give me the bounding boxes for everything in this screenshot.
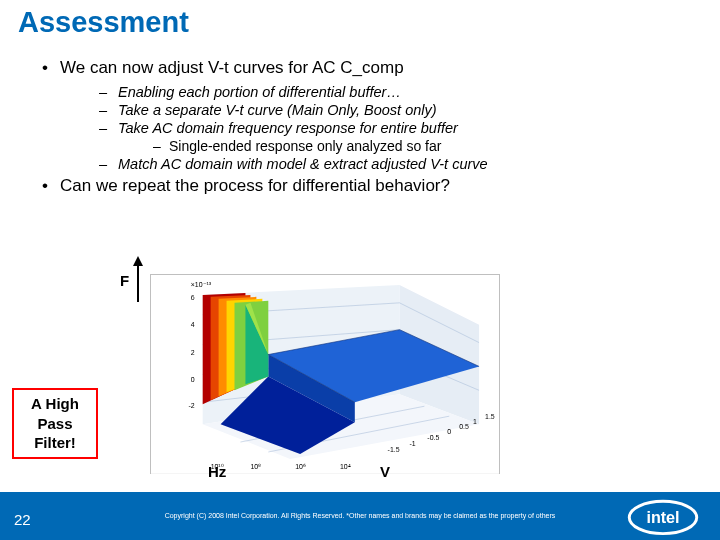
bullet-sub-1: – Enabling each portion of differential … [88, 84, 690, 100]
svg-text:10⁴: 10⁴ [340, 463, 351, 470]
svg-text:0: 0 [447, 428, 451, 435]
bullet-main-2: • Can we repeat the process for differen… [30, 176, 690, 196]
arrow-up-icon [131, 256, 145, 304]
chart-container: F [120, 256, 502, 476]
bullet-dot-icon: • [30, 176, 60, 196]
bullet-sub-4: – Match AC domain with model & extract a… [88, 156, 690, 172]
bullet-dot-icon: • [30, 58, 60, 78]
svg-text:-1.5: -1.5 [388, 446, 400, 453]
callout-line-3: Filter! [16, 433, 94, 453]
bullet-dash-icon: – [88, 156, 118, 172]
bullet-sub-4-text: Match AC domain with model & extract adj… [118, 156, 488, 172]
svg-text:-1: -1 [409, 440, 415, 447]
svg-text:intel: intel [646, 508, 679, 526]
callout-line-1: A High [16, 394, 94, 414]
bullet-dash-icon: – [88, 120, 118, 136]
svg-text:0: 0 [191, 376, 195, 383]
bullet-main-1: • We can now adjust V-t curves for AC C_… [30, 58, 690, 78]
bullet-main-2-text: Can we repeat the process for differenti… [60, 176, 450, 196]
svg-text:4: 4 [191, 321, 195, 328]
chart-axis-label-v: V [380, 463, 390, 480]
footer-bar: Copyright (C) 2008 Intel Corporation. Al… [0, 492, 720, 540]
bullet-sub-3: – Take AC domain frequency response for … [88, 120, 690, 136]
chart-axis-label-f-text: F [120, 272, 129, 289]
svg-text:1.5: 1.5 [485, 413, 495, 420]
chart-axis-label-f: F [120, 256, 145, 304]
bullet-sub-3a-text: Single-ended response only analyzed so f… [169, 138, 441, 154]
bullet-sub-3a: – Single-ended response only analyzed so… [145, 138, 690, 154]
svg-text:6: 6 [191, 294, 195, 301]
chart-surface-plot: 6 4 2 0 -2 ×10⁻¹³ 10¹⁰ 10⁸ 10⁶ 10⁴ -1.5 … [150, 274, 500, 474]
slide-body: • We can now adjust V-t curves for AC C_… [30, 58, 690, 202]
page-number: 22 [14, 511, 31, 528]
svg-text:1: 1 [473, 418, 477, 425]
svg-marker-1 [133, 256, 143, 266]
svg-text:2: 2 [191, 349, 195, 356]
bullet-sub-3-text: Take AC domain frequency response for en… [118, 120, 458, 136]
bullet-sub-1-text: Enabling each portion of differential bu… [118, 84, 401, 100]
bullet-sub-2-text: Take a separate V-t curve (Main Only, Bo… [118, 102, 437, 118]
svg-text:10⁸: 10⁸ [250, 463, 261, 470]
bullet-dash-icon: – [145, 138, 169, 154]
bullet-main-1-text: We can now adjust V-t curves for AC C_co… [60, 58, 404, 78]
callout-line-2: Pass [16, 414, 94, 434]
chart-axis-label-hz: Hz [208, 463, 226, 480]
surface-plot-icon: 6 4 2 0 -2 ×10⁻¹³ 10¹⁰ 10⁸ 10⁶ 10⁴ -1.5 … [151, 275, 499, 474]
bullet-sub-2: – Take a separate V-t curve (Main Only, … [88, 102, 690, 118]
slide: Assessment • We can now adjust V-t curve… [0, 0, 720, 540]
callout-box: A High Pass Filter! [12, 388, 98, 459]
bullet-dash-icon: – [88, 84, 118, 100]
svg-text:10⁶: 10⁶ [295, 463, 306, 470]
footer-copyright: Copyright (C) 2008 Intel Corporation. Al… [165, 511, 556, 520]
intel-logo-icon: intel [626, 494, 700, 538]
svg-text:-2: -2 [189, 402, 195, 409]
svg-text:-0.5: -0.5 [427, 434, 439, 441]
bullet-dash-icon: – [88, 102, 118, 118]
svg-text:0.5: 0.5 [459, 423, 469, 430]
svg-text:×10⁻¹³: ×10⁻¹³ [191, 281, 212, 288]
slide-title: Assessment [18, 6, 189, 39]
